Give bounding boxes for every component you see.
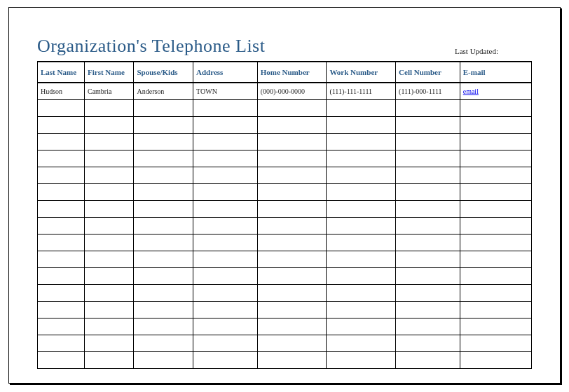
cell-first-name: Cambria xyxy=(84,83,134,99)
table-row-empty xyxy=(38,351,532,368)
col-header-first-name: First Name xyxy=(84,62,134,83)
cell-empty xyxy=(460,200,531,217)
cell-empty xyxy=(396,116,460,133)
email-link[interactable]: email xyxy=(463,88,479,95)
cell-empty xyxy=(257,167,327,183)
cell-empty xyxy=(460,99,531,116)
table-row-empty xyxy=(38,183,532,200)
cell-empty xyxy=(327,284,396,301)
cell-empty xyxy=(84,301,134,318)
cell-empty xyxy=(396,284,460,301)
cell-empty xyxy=(396,234,460,251)
cell-empty xyxy=(38,351,85,368)
cell-empty xyxy=(396,335,460,351)
cell-empty xyxy=(327,267,396,284)
cell-empty xyxy=(193,267,258,284)
cell-work-number: (111)-111-1111 xyxy=(327,83,396,99)
table-row-empty xyxy=(38,217,532,234)
cell-empty xyxy=(460,183,531,200)
col-header-work-number: Work Number xyxy=(327,62,396,83)
cell-empty xyxy=(38,116,85,133)
table-row-empty xyxy=(38,335,532,351)
cell-empty xyxy=(38,217,85,234)
col-header-email: E-mail xyxy=(460,62,531,83)
cell-empty xyxy=(396,301,460,318)
cell-empty xyxy=(38,318,85,335)
cell-empty xyxy=(193,335,258,351)
cell-empty xyxy=(134,116,193,133)
col-header-home-number: Home Number xyxy=(257,62,327,83)
cell-empty xyxy=(396,267,460,284)
table-row-empty xyxy=(38,251,532,267)
cell-empty xyxy=(327,351,396,368)
cell-empty xyxy=(460,318,531,335)
table-row-empty xyxy=(38,133,532,150)
cell-empty xyxy=(38,301,85,318)
header-row: Organization's Telephone List Last Updat… xyxy=(37,36,532,57)
cell-empty xyxy=(396,318,460,335)
cell-empty xyxy=(193,234,258,251)
cell-empty xyxy=(460,284,531,301)
cell-empty xyxy=(460,267,531,284)
cell-empty xyxy=(460,234,531,251)
cell-home-number: (000)-000-0000 xyxy=(257,83,327,99)
cell-empty xyxy=(134,351,193,368)
cell-empty xyxy=(396,150,460,167)
col-header-spouse-kids: Spouse/Kids xyxy=(134,62,193,83)
cell-last-name: Hudson xyxy=(38,83,85,99)
cell-empty xyxy=(327,251,396,267)
cell-empty xyxy=(460,167,531,183)
cell-empty xyxy=(38,251,85,267)
cell-empty xyxy=(38,284,85,301)
cell-empty xyxy=(84,335,134,351)
cell-empty xyxy=(460,335,531,351)
table-row-empty xyxy=(38,284,532,301)
cell-empty xyxy=(257,351,327,368)
cell-empty xyxy=(38,234,85,251)
cell-empty xyxy=(193,167,258,183)
telephone-table: Last Name First Name Spouse/Kids Address… xyxy=(37,61,532,369)
cell-empty xyxy=(460,251,531,267)
cell-empty xyxy=(193,133,258,150)
cell-empty xyxy=(257,217,327,234)
cell-empty xyxy=(38,99,85,116)
cell-empty xyxy=(134,99,193,116)
cell-empty xyxy=(460,133,531,150)
cell-empty xyxy=(193,284,258,301)
cell-empty xyxy=(257,251,327,267)
cell-empty xyxy=(134,267,193,284)
cell-empty xyxy=(257,116,327,133)
cell-empty xyxy=(460,217,531,234)
cell-empty xyxy=(257,335,327,351)
cell-empty xyxy=(193,150,258,167)
cell-empty xyxy=(193,183,258,200)
table-row-empty xyxy=(38,234,532,251)
cell-empty xyxy=(134,167,193,183)
table-row-empty xyxy=(38,301,532,318)
cell-empty xyxy=(38,150,85,167)
cell-empty xyxy=(84,99,134,116)
cell-empty xyxy=(327,217,396,234)
cell-address: TOWN xyxy=(193,83,258,99)
cell-empty xyxy=(460,150,531,167)
cell-empty xyxy=(460,116,531,133)
cell-empty xyxy=(193,200,258,217)
cell-empty xyxy=(327,99,396,116)
cell-empty xyxy=(327,234,396,251)
cell-empty xyxy=(134,335,193,351)
cell-empty xyxy=(193,318,258,335)
cell-empty xyxy=(134,251,193,267)
cell-empty xyxy=(460,301,531,318)
cell-empty xyxy=(257,318,327,335)
cell-empty xyxy=(38,133,85,150)
col-header-last-name: Last Name xyxy=(38,62,85,83)
cell-empty xyxy=(327,167,396,183)
table-row-empty xyxy=(38,200,532,217)
page-title: Organization's Telephone List xyxy=(37,36,265,57)
cell-empty xyxy=(134,133,193,150)
cell-empty xyxy=(257,267,327,284)
cell-empty xyxy=(396,217,460,234)
cell-email: email xyxy=(460,83,531,99)
content-area: Organization's Telephone List Last Updat… xyxy=(9,8,560,383)
cell-empty xyxy=(257,301,327,318)
